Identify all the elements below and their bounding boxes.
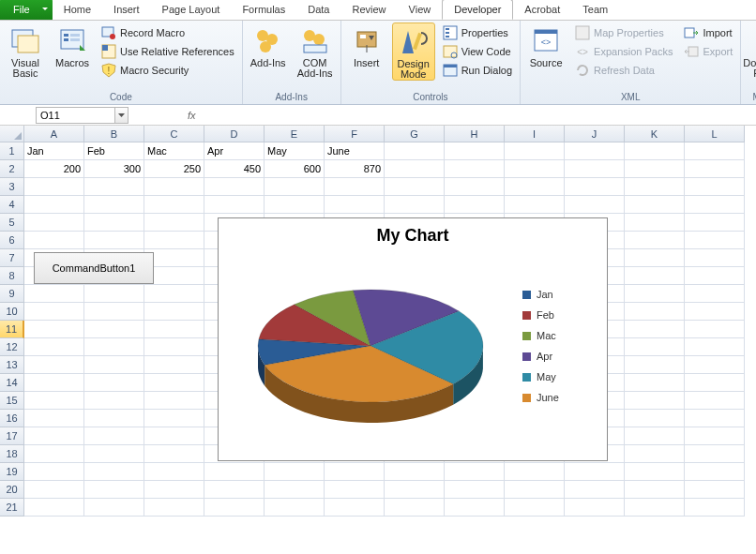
row-header[interactable]: 1 [0, 142, 24, 160]
row-header[interactable]: 11 [0, 321, 24, 338]
row-header[interactable]: 19 [0, 463, 24, 481]
row-header[interactable]: 9 [0, 285, 24, 303]
macro-security-button[interactable]: ! Macro Security [98, 62, 238, 79]
cell[interactable] [144, 463, 204, 481]
cell[interactable] [84, 427, 144, 445]
cell[interactable]: 200 [24, 160, 84, 178]
tab-acrobat[interactable]: Acrobat [513, 0, 571, 20]
cell[interactable] [385, 142, 445, 160]
cell[interactable] [84, 285, 144, 303]
cell[interactable] [24, 374, 84, 392]
cell[interactable] [204, 463, 265, 481]
cell[interactable] [24, 356, 84, 374]
cell[interactable] [24, 445, 84, 463]
cell[interactable]: 870 [325, 160, 385, 178]
cell[interactable] [625, 427, 685, 445]
cell[interactable] [445, 463, 505, 481]
document-panel-button[interactable]: Document Panel [745, 22, 756, 79]
cell[interactable] [24, 463, 84, 481]
cell[interactable] [144, 356, 204, 374]
cell[interactable] [204, 196, 265, 214]
cell[interactable] [445, 499, 505, 517]
cell[interactable] [144, 285, 204, 303]
cell[interactable] [24, 321, 84, 338]
cell[interactable] [505, 481, 565, 499]
cell[interactable] [24, 338, 84, 356]
map-properties-button[interactable]: Map Properties [571, 24, 676, 41]
tab-team[interactable]: Team [571, 0, 619, 20]
row-header[interactable]: 16 [0, 410, 24, 427]
column-header[interactable]: D [204, 126, 265, 142]
row-header[interactable]: 14 [0, 374, 24, 392]
cell[interactable] [84, 463, 144, 481]
cell[interactable] [84, 410, 144, 427]
cell[interactable] [565, 463, 625, 481]
cell[interactable] [685, 285, 745, 303]
tab-developer[interactable]: Developer [442, 0, 513, 20]
cell[interactable] [685, 463, 745, 481]
column-header[interactable]: C [144, 126, 204, 142]
cell[interactable] [685, 374, 745, 392]
cell[interactable] [325, 196, 385, 214]
cell[interactable] [325, 178, 385, 196]
cell[interactable] [625, 142, 685, 160]
cell[interactable] [685, 196, 745, 214]
cell[interactable] [144, 374, 204, 392]
cell[interactable] [685, 392, 745, 410]
cell[interactable] [625, 338, 685, 356]
cell[interactable] [565, 499, 625, 517]
cell[interactable] [625, 410, 685, 427]
tab-review[interactable]: Review [340, 0, 397, 20]
import-button[interactable]: Import [680, 24, 736, 41]
cell[interactable] [84, 445, 144, 463]
cell[interactable] [265, 481, 325, 499]
cell[interactable] [24, 285, 84, 303]
addins-button[interactable]: Add-Ins [247, 22, 290, 68]
cell[interactable] [505, 160, 565, 178]
design-mode-button[interactable]: Design Mode [392, 22, 435, 81]
cell[interactable] [505, 499, 565, 517]
cell[interactable] [265, 178, 325, 196]
cell[interactable] [385, 481, 445, 499]
row-header[interactable]: 12 [0, 338, 24, 356]
tab-page-layout[interactable]: Page Layout [151, 0, 232, 20]
cell[interactable] [505, 178, 565, 196]
cell[interactable] [385, 196, 445, 214]
visual-basic-button[interactable]: Visual Basic [4, 22, 47, 79]
file-tab[interactable]: File [0, 0, 53, 20]
cell[interactable] [685, 410, 745, 427]
cell[interactable] [625, 178, 685, 196]
expansion-packs-button[interactable]: <> Expansion Packs [571, 43, 676, 60]
cell[interactable] [505, 142, 565, 160]
cell[interactable] [265, 499, 325, 517]
column-header[interactable]: H [445, 126, 505, 142]
tab-formulas[interactable]: Formulas [231, 0, 296, 20]
cell[interactable] [505, 196, 565, 214]
cell[interactable] [385, 499, 445, 517]
cell[interactable] [144, 178, 204, 196]
export-button[interactable]: Export [680, 43, 736, 60]
cell[interactable] [445, 481, 505, 499]
insert-control-button[interactable]: Insert [345, 22, 388, 68]
cell[interactable] [325, 499, 385, 517]
cell[interactable] [685, 445, 745, 463]
cell[interactable] [565, 481, 625, 499]
cell[interactable] [24, 499, 84, 517]
cell[interactable] [685, 267, 745, 285]
refresh-data-button[interactable]: Refresh Data [571, 62, 676, 79]
cell[interactable] [565, 142, 625, 160]
column-header[interactable]: A [24, 126, 84, 142]
cell[interactable] [84, 321, 144, 338]
cell[interactable] [24, 178, 84, 196]
properties-button[interactable]: Properties [439, 24, 516, 41]
cell[interactable] [685, 499, 745, 517]
cell[interactable] [24, 214, 84, 232]
row-header[interactable]: 8 [0, 267, 24, 285]
tab-view[interactable]: View [398, 0, 443, 20]
view-code-button[interactable]: View Code [439, 43, 516, 60]
row-header[interactable]: 4 [0, 196, 24, 214]
cell[interactable] [625, 303, 685, 321]
cell[interactable] [144, 338, 204, 356]
cell[interactable] [685, 232, 745, 249]
cell[interactable]: 450 [204, 160, 265, 178]
